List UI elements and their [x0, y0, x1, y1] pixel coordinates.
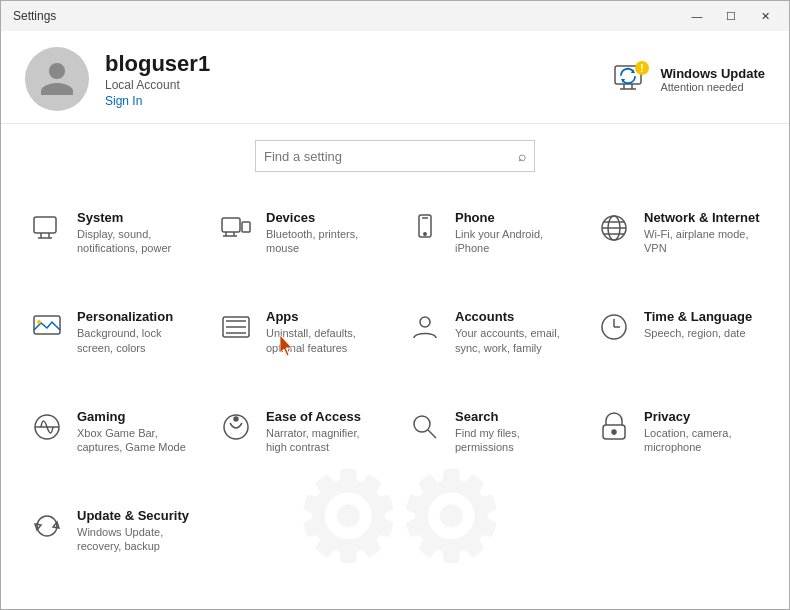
setting-item-time[interactable]: Time & LanguageSpeech, region, date — [584, 295, 773, 394]
search-submit-button[interactable]: ⌕ — [518, 148, 526, 164]
update-desc: Windows Update, recovery, backup — [77, 525, 194, 554]
accounts-desc: Your accounts, email, sync, work, family — [455, 326, 572, 355]
privacy-name: Privacy — [644, 409, 761, 424]
system-text: SystemDisplay, sound, notifications, pow… — [77, 210, 194, 256]
search-icon — [407, 409, 443, 445]
svg-point-26 — [37, 320, 41, 324]
setting-item-system[interactable]: SystemDisplay, sound, notifications, pow… — [17, 196, 206, 295]
system-desc: Display, sound, notifications, power — [77, 227, 194, 256]
window-title: Settings — [13, 9, 56, 23]
accounts-name: Accounts — [455, 309, 572, 324]
svg-point-38 — [234, 417, 238, 421]
time-icon — [596, 309, 632, 345]
system-name: System — [77, 210, 194, 225]
update-icon — [29, 508, 65, 544]
network-name: Network & Internet — [644, 210, 761, 225]
phone-icon — [407, 210, 443, 246]
phone-text: PhoneLink your Android, iPhone — [455, 210, 572, 256]
svg-point-18 — [424, 233, 426, 235]
personalization-name: Personalization — [77, 309, 194, 324]
personalization-text: PersonalizationBackground, lock screen, … — [77, 309, 194, 355]
svg-point-39 — [414, 416, 430, 432]
windows-update-section[interactable]: ! Windows Update Attention needed — [610, 59, 765, 99]
gaming-text: GamingXbox Game Bar, captures, Game Mode — [77, 409, 194, 455]
setting-item-accounts[interactable]: AccountsYour accounts, email, sync, work… — [395, 295, 584, 394]
search-text: SearchFind my files, permissions — [455, 409, 572, 455]
setting-item-search[interactable]: SearchFind my files, permissions — [395, 395, 584, 494]
close-button[interactable]: ✕ — [749, 6, 781, 26]
network-desc: Wi-Fi, airplane mode, VPN — [644, 227, 761, 256]
windows-update-icon: ! — [611, 60, 649, 98]
gaming-desc: Xbox Game Bar, captures, Game Mode — [77, 426, 194, 455]
network-text: Network & InternetWi-Fi, airplane mode, … — [644, 210, 761, 256]
devices-name: Devices — [266, 210, 383, 225]
accounts-icon — [407, 309, 443, 345]
sign-in-link[interactable]: Sign In — [105, 94, 210, 108]
svg-rect-8 — [34, 217, 56, 233]
account-type: Local Account — [105, 78, 210, 92]
setting-item-gaming[interactable]: GamingXbox Game Bar, captures, Game Mode — [17, 395, 206, 494]
search-container: ⌕ — [1, 124, 789, 188]
personalization-desc: Background, lock screen, colors — [77, 326, 194, 355]
setting-item-personalization[interactable]: PersonalizationBackground, lock screen, … — [17, 295, 206, 394]
apps-icon — [218, 309, 254, 345]
time-text: Time & LanguageSpeech, region, date — [644, 309, 752, 340]
personalization-icon — [29, 309, 65, 345]
devices-icon — [218, 210, 254, 246]
minimize-button[interactable]: — — [681, 6, 713, 26]
svg-point-31 — [420, 317, 430, 327]
avatar — [25, 47, 89, 111]
privacy-icon — [596, 409, 632, 445]
phone-desc: Link your Android, iPhone — [455, 227, 572, 256]
username: bloguser1 — [105, 51, 210, 77]
user-section: bloguser1 Local Account Sign In — [25, 47, 210, 111]
window-controls: — ☐ ✕ — [681, 6, 781, 26]
system-icon — [29, 210, 65, 246]
time-name: Time & Language — [644, 309, 752, 324]
setting-item-devices[interactable]: DevicesBluetooth, printers, mouse — [206, 196, 395, 295]
setting-item-ease[interactable]: Ease of AccessNarrator, magnifier, high … — [206, 395, 395, 494]
gaming-name: Gaming — [77, 409, 194, 424]
svg-marker-44 — [53, 522, 59, 528]
devices-desc: Bluetooth, printers, mouse — [266, 227, 383, 256]
settings-window: Settings — ☐ ✕ ⚙⚙ bloguser1 Local Accoun… — [0, 0, 790, 610]
header: bloguser1 Local Account Sign In — [1, 31, 789, 124]
titlebar: Settings — ☐ ✕ — [1, 1, 789, 31]
settings-grid: SystemDisplay, sound, notifications, pow… — [1, 188, 789, 609]
ease-desc: Narrator, magnifier, high contrast — [266, 426, 383, 455]
update-icon-wrap: ! — [610, 59, 650, 99]
svg-rect-13 — [242, 222, 250, 232]
apps-text: AppsUninstall, defaults, optional featur… — [266, 309, 383, 355]
setting-item-phone[interactable]: PhoneLink your Android, iPhone — [395, 196, 584, 295]
update-info: Windows Update Attention needed — [660, 66, 765, 93]
apps-desc: Uninstall, defaults, optional features — [266, 326, 383, 355]
svg-rect-12 — [222, 218, 240, 232]
update-name: Update & Security — [77, 508, 194, 523]
ease-name: Ease of Access — [266, 409, 383, 424]
search-desc: Find my files, permissions — [455, 426, 572, 455]
gaming-icon — [29, 409, 65, 445]
accounts-text: AccountsYour accounts, email, sync, work… — [455, 309, 572, 355]
time-desc: Speech, region, date — [644, 326, 752, 340]
privacy-desc: Location, camera, microphone — [644, 426, 761, 455]
privacy-text: PrivacyLocation, camera, microphone — [644, 409, 761, 455]
user-info: bloguser1 Local Account Sign In — [105, 51, 210, 108]
main-content: ⚙⚙ bloguser1 Local Account Sign In — [1, 31, 789, 609]
setting-item-apps[interactable]: AppsUninstall, defaults, optional featur… — [206, 295, 395, 394]
setting-item-network[interactable]: Network & InternetWi-Fi, airplane mode, … — [584, 196, 773, 295]
svg-text:!: ! — [641, 63, 644, 74]
search-name: Search — [455, 409, 572, 424]
svg-line-40 — [428, 430, 436, 438]
devices-text: DevicesBluetooth, printers, mouse — [266, 210, 383, 256]
update-text: Update & SecurityWindows Update, recover… — [77, 508, 194, 554]
search-input[interactable] — [264, 149, 518, 164]
ease-icon — [218, 409, 254, 445]
apps-name: Apps — [266, 309, 383, 324]
maximize-button[interactable]: ☐ — [715, 6, 747, 26]
ease-text: Ease of AccessNarrator, magnifier, high … — [266, 409, 383, 455]
user-icon — [37, 59, 77, 99]
update-title: Windows Update — [660, 66, 765, 81]
setting-item-privacy[interactable]: PrivacyLocation, camera, microphone — [584, 395, 773, 494]
setting-item-update[interactable]: Update & SecurityWindows Update, recover… — [17, 494, 206, 593]
phone-name: Phone — [455, 210, 572, 225]
